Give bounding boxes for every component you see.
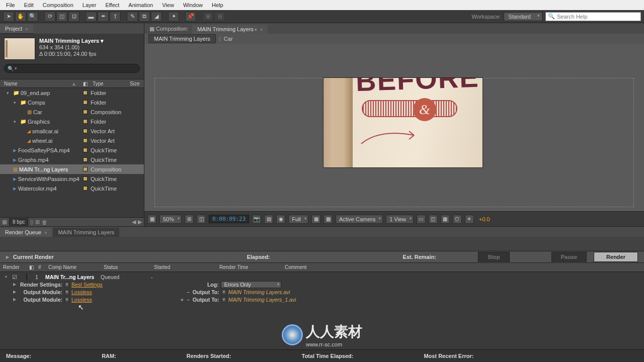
stop-button[interactable]: Stop <box>478 252 509 262</box>
project-item[interactable]: ▾📁GraphicsFolder <box>0 117 144 126</box>
eraser-tool-icon[interactable]: ◢ <box>151 12 162 22</box>
hand-tool-icon[interactable]: ✋ <box>15 12 26 22</box>
ai-icon: ◢ <box>27 138 31 143</box>
output-module-link[interactable]: Lossless <box>69 289 94 295</box>
menu-file[interactable]: File <box>2 1 19 9</box>
rect-tool-icon[interactable]: ▬ <box>86 12 97 22</box>
menu-composition[interactable]: Composition <box>39 1 77 9</box>
render-settings-link[interactable]: Best Settings <box>69 282 105 288</box>
zoom-dropdown[interactable]: 50% <box>159 215 182 224</box>
view-layout-dropdown[interactable]: 1 View <box>386 215 414 224</box>
local-axis-icon[interactable]: ⊞ <box>202 12 213 22</box>
project-search-input[interactable]: 🔍▾ <box>4 64 140 73</box>
snapshot-icon[interactable]: 📷 <box>252 215 261 224</box>
world-axis-icon[interactable]: ⊟ <box>214 12 225 22</box>
transparency-grid-icon[interactable]: ▦ <box>311 215 320 224</box>
project-item[interactable]: ▶ServiceWithPassion.mp4QuickTime <box>0 174 144 184</box>
breadcrumb-main[interactable]: MAIN Trimming Layers <box>148 34 216 43</box>
project-item[interactable]: ▦CarComposition <box>0 107 144 117</box>
pixel-aspect-icon[interactable]: ▭ <box>417 215 426 224</box>
delete-icon[interactable]: 🗑 <box>42 219 47 225</box>
timeline-icon[interactable]: ▦ <box>441 215 450 224</box>
pan-behind-tool-icon[interactable]: ⊡ <box>68 12 79 22</box>
timeline-tab[interactable]: MAIN Trimming Layers <box>53 228 119 237</box>
comp-icon: ▦ <box>27 109 32 115</box>
clone-tool-icon[interactable]: ⧉ <box>139 12 150 22</box>
project-tab[interactable]: Project× <box>0 24 33 34</box>
new-comp-icon[interactable]: ⊞ <box>35 219 40 225</box>
new-folder-icon[interactable]: ▯ <box>30 219 33 225</box>
mask-toggle-icon[interactable]: ▩ <box>324 215 333 224</box>
roi-icon[interactable]: ◫ <box>197 215 206 224</box>
output-file-link[interactable]: MAIN Trimming Layers_1.avi <box>226 297 298 303</box>
twirl-icon[interactable]: ▾ <box>5 275 10 279</box>
puppet-tool-icon[interactable]: 📌 <box>185 12 196 22</box>
output-to-dropdown[interactable]: ▾ <box>221 289 226 295</box>
output-to-dropdown[interactable]: ▾ <box>221 297 226 303</box>
flowchart-icon[interactable]: ⬡ <box>453 215 462 224</box>
zoom-tool-icon[interactable]: 🔍 <box>27 12 38 22</box>
camera-tool-icon[interactable]: ◫ <box>56 12 67 22</box>
menu-window[interactable]: Window <box>179 1 207 9</box>
color-mgmt-icon[interactable]: ◉ <box>276 215 285 224</box>
project-item[interactable]: ▦MAIN Tr...ng LayersComposition <box>0 164 144 174</box>
output-module-dropdown[interactable]: ▾ <box>64 289 69 295</box>
current-time[interactable]: 0:00:09:23 <box>209 215 249 223</box>
resolution-dropdown[interactable]: Full <box>288 215 308 224</box>
menu-view[interactable]: View <box>158 1 178 9</box>
help-search-input[interactable]: 🔍 Search Help <box>545 12 641 21</box>
ai-icon: ◢ <box>27 129 31 134</box>
selection-tool-icon[interactable]: ➤ <box>3 12 14 22</box>
scroll-right-icon[interactable]: ▶ <box>138 219 142 225</box>
remove-output-icon[interactable]: − <box>185 289 191 295</box>
pen-tool-icon[interactable]: ✒ <box>98 12 109 22</box>
output-module-dropdown[interactable]: ▾ <box>64 297 69 303</box>
pause-button[interactable]: Pause <box>551 252 587 262</box>
close-icon[interactable]: × <box>260 27 263 32</box>
render-item-row[interactable]: ▾ ☑ 1 MAIN Tr...ng Layers Queued - <box>5 273 639 281</box>
text-tool-icon[interactable]: T <box>110 12 121 22</box>
rotate-tool-icon[interactable]: ⟳ <box>44 12 55 22</box>
project-column-headers[interactable]: Name▲ ◧ Type Size <box>0 79 144 88</box>
project-list[interactable]: ▾📁09_end.aepFolder▾📁CompsFolder▦CarCompo… <box>0 88 144 217</box>
twirl-icon[interactable]: ▶ <box>6 255 11 259</box>
log-dropdown[interactable]: Errors Only <box>221 281 281 288</box>
workspace-dropdown[interactable]: Standard <box>504 12 542 21</box>
bpc-toggle[interactable]: 8 bpc <box>9 218 28 226</box>
roto-tool-icon[interactable]: ✦ <box>168 12 179 22</box>
project-item[interactable]: ▾📁CompsFolder <box>0 98 144 107</box>
composition-canvas[interactable]: BEFORE & <box>144 44 644 211</box>
render-queue-tab[interactable]: Render Queue× <box>0 228 52 237</box>
fast-preview-icon[interactable]: ◫ <box>429 215 438 224</box>
remove-output-icon[interactable]: − <box>185 297 191 303</box>
project-item[interactable]: ◢wheel.aiVector Art <box>0 136 144 145</box>
project-item[interactable]: ◢smallcar.aiVector Art <box>0 126 144 136</box>
menu-help[interactable]: Help <box>208 1 227 9</box>
render-button[interactable]: Render <box>594 252 638 262</box>
menu-layer[interactable]: Layer <box>78 1 101 9</box>
menu-effect[interactable]: Effect <box>101 1 123 9</box>
magnify-icon[interactable]: ▦ <box>147 215 156 224</box>
add-output-icon[interactable]: + <box>179 297 185 303</box>
scroll-left-icon[interactable]: ◀ <box>132 219 136 225</box>
output-module-link[interactable]: Lossless <box>69 297 94 303</box>
close-icon[interactable]: × <box>25 27 28 32</box>
close-icon[interactable]: × <box>44 230 47 235</box>
interpret-icon[interactable]: ▦ <box>2 219 7 225</box>
channel-icon[interactable]: ▤ <box>264 215 273 224</box>
project-item[interactable]: ▾📁09_end.aepFolder <box>0 88 144 98</box>
project-item[interactable]: ▶Watercolor.mp4QuickTime <box>0 184 144 193</box>
resolution-icon[interactable]: ⊞ <box>185 215 194 224</box>
viewer-tab[interactable]: MAIN Trimming Layers▾× <box>192 25 268 34</box>
render-settings-dropdown[interactable]: ▾ <box>64 282 69 288</box>
project-item[interactable]: ▶Graphs.mp4QuickTime <box>0 155 144 164</box>
output-file-link[interactable]: MAIN Trimming Layers.avi <box>226 289 292 295</box>
project-item[interactable]: ▶FoodSafteyPSA.mp4QuickTime <box>0 145 144 155</box>
camera-dropdown[interactable]: Active Camera <box>336 215 383 224</box>
breadcrumb-car[interactable]: Car <box>224 36 233 42</box>
menu-edit[interactable]: Edit <box>20 1 38 9</box>
brush-tool-icon[interactable]: ✎ <box>127 12 138 22</box>
reset-exposure-icon[interactable]: ☀ <box>465 215 474 224</box>
menu-animation[interactable]: Animation <box>124 1 157 9</box>
exposure-value[interactable]: +0.0 <box>477 216 490 222</box>
